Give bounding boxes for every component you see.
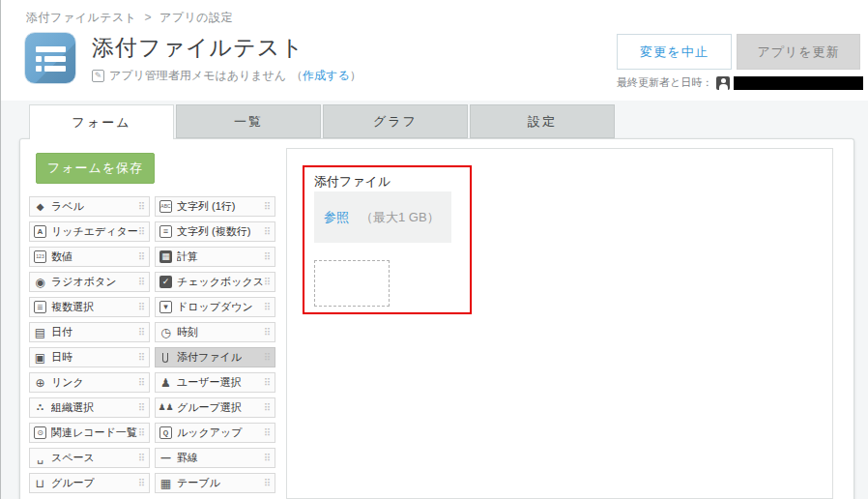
palette-item-lookup[interactable]: Qルックアップ⠿ <box>155 423 275 443</box>
palette-item-label: 日時 <box>51 350 72 365</box>
list-glyph-icon <box>36 46 66 72</box>
drop-zone <box>314 260 390 307</box>
drag-handle-icon[interactable]: ⠿ <box>264 328 271 338</box>
update-app-button[interactable]: アプリを更新 <box>737 34 860 70</box>
palette-item-hr[interactable]: —罫線⠿ <box>155 448 275 468</box>
memo-edit-icon: ✎ <box>92 70 104 82</box>
tab-settings[interactable]: 設定 <box>470 104 615 138</box>
drag-handle-icon[interactable]: ⠿ <box>264 403 271 413</box>
radio-button-icon: ◉ <box>34 276 46 288</box>
drag-handle-icon[interactable]: ⠿ <box>138 428 145 438</box>
number-123-icon: 123 <box>34 250 46 263</box>
drag-handle-icon[interactable]: ⠿ <box>138 202 145 212</box>
tab-list[interactable]: 一覧 <box>176 104 321 138</box>
palette-item-label: 組織選択 <box>51 400 94 415</box>
palette-item-calc[interactable]: ▦計算⠿ <box>155 247 275 267</box>
palette-item-label: テーブル <box>177 476 220 490</box>
breadcrumb-app-link[interactable]: 添付ファイルテスト <box>26 11 136 24</box>
checkbox-icon: ✓ <box>159 276 172 288</box>
palette-item-org-select[interactable]: ∴組織選択⠿ <box>29 397 150 418</box>
drag-handle-icon[interactable]: ⠿ <box>138 252 145 262</box>
space-icon: ␣ <box>34 452 46 464</box>
field-label: 添付ファイル <box>314 173 391 191</box>
selected-attachment-field[interactable]: 添付ファイル 参照 （最大1 GB） <box>303 165 472 314</box>
palette-item-rich-editor[interactable]: Aリッチエディター⠿ <box>29 221 150 242</box>
palette-item-checkbox[interactable]: ✓チェックボックス⠿ <box>155 272 275 292</box>
palette-item-group[interactable]: ⊔グループ⠿ <box>29 473 150 493</box>
drag-handle-icon[interactable]: ⠿ <box>264 378 271 388</box>
discard-changes-button[interactable]: 変更を中止 <box>617 34 732 70</box>
drag-handle-icon[interactable]: ⠿ <box>264 278 271 287</box>
palette-item-user-select[interactable]: ♟ユーザー選択⠿ <box>155 372 275 393</box>
palette-item-label: ラベル <box>51 199 84 214</box>
drag-handle-icon[interactable]: ⠿ <box>138 454 145 463</box>
palette-item-related-records[interactable]: ⊙関連レコード一覧⠿ <box>29 423 150 443</box>
page-title: 添付ファイルテスト <box>92 33 304 63</box>
drag-handle-icon[interactable]: ⠿ <box>264 227 271 237</box>
palette-item-attachment[interactable]: 添付ファイル⠿ <box>155 347 275 367</box>
drag-handle-icon[interactable]: ⠿ <box>138 278 145 287</box>
last-updated-row: 最終更新者と日時： <box>617 75 863 90</box>
drag-handle-icon[interactable]: ⠿ <box>138 227 145 237</box>
drag-handle-icon[interactable]: ⠿ <box>138 303 145 312</box>
palette-item-text-multi[interactable]: ≡文字列 (複数行)⠿ <box>155 221 275 242</box>
drag-handle-icon[interactable]: ⠿ <box>264 303 271 312</box>
lookup-icon: Q <box>159 426 172 439</box>
clock-icon: ◷ <box>159 326 172 338</box>
drag-handle-icon[interactable]: ⠿ <box>138 328 145 338</box>
palette-item-text-single[interactable]: ABC文字列 (1行)⠿ <box>155 196 275 217</box>
palette-item-label: 数値 <box>51 250 72 264</box>
palette-item-radio[interactable]: ◉ラジオボタン⠿ <box>29 272 150 292</box>
tab-graph[interactable]: グラフ <box>323 104 468 138</box>
memo-text: アプリ管理者用メモはありません <box>109 68 286 84</box>
drag-handle-icon[interactable]: ⠿ <box>138 378 145 388</box>
palette-item-date[interactable]: ▤日付⠿ <box>29 322 150 342</box>
calculator-icon: ▦ <box>159 250 172 263</box>
user-avatar-icon <box>716 76 730 90</box>
palette-item-group-select[interactable]: ♟♟グループ選択⠿ <box>155 397 275 418</box>
palette-item-table[interactable]: ▦テーブル⠿ <box>155 473 275 493</box>
calendar-time-icon: ▣ <box>34 351 46 364</box>
hr-line-icon: — <box>159 452 172 464</box>
palette-item-label: 添付ファイル <box>177 350 242 365</box>
breadcrumb: 添付ファイルテスト>アプリの設定 <box>26 10 233 26</box>
tag-icon: ◆ <box>34 200 46 213</box>
drag-handle-icon[interactable]: ⠿ <box>264 454 271 463</box>
palette-item-datetime[interactable]: ▣日時⠿ <box>29 347 150 367</box>
palette-item-multi-select[interactable]: ☰複数選択⠿ <box>29 297 150 317</box>
drag-handle-icon[interactable]: ⠿ <box>138 479 145 488</box>
palette-item-label: グループ選択 <box>177 400 242 415</box>
drag-handle-icon[interactable]: ⠿ <box>264 202 271 212</box>
palette-item-dropdown[interactable]: ▾ドロップダウン⠿ <box>155 297 275 317</box>
palette-item-space[interactable]: ␣スペース⠿ <box>29 448 150 468</box>
calendar-icon: ▤ <box>34 326 46 338</box>
palette-item-label: ドロップダウン <box>177 300 253 314</box>
palette-item-label: 複数選択 <box>51 300 94 314</box>
related-records-icon: ⊙ <box>34 426 46 439</box>
drag-handle-icon[interactable]: ⠿ <box>264 428 271 438</box>
palette-item-label[interactable]: ◆ラベル⠿ <box>29 196 150 217</box>
breadcrumb-settings-link[interactable]: アプリの設定 <box>159 11 233 24</box>
multiline-text-icon: ≡ <box>159 225 172 238</box>
drag-handle-icon[interactable]: ⠿ <box>264 479 271 488</box>
palette-item-time[interactable]: ◷時刻⠿ <box>155 322 275 342</box>
palette-item-link[interactable]: ⊕リンク⠿ <box>29 372 150 393</box>
drag-handle-icon[interactable]: ⠿ <box>138 403 145 413</box>
palette-item-label: グループ <box>51 476 95 490</box>
dropdown-icon: ▾ <box>159 301 172 313</box>
size-limit-note: （最大1 GB） <box>361 209 440 226</box>
drag-handle-icon[interactable]: ⠿ <box>138 353 145 363</box>
memo-create-link[interactable]: 作成する <box>303 69 350 82</box>
memo-create-wrap: （作成する） <box>291 68 362 84</box>
save-form-button[interactable]: フォームを保存 <box>36 153 155 184</box>
palette-item-label: 計算 <box>177 250 198 264</box>
table-icon: ▦ <box>159 477 172 489</box>
browse-link[interactable]: 参照 <box>324 209 349 226</box>
redacted-user-datetime <box>734 76 863 90</box>
tab-form[interactable]: フォーム <box>29 104 174 139</box>
org-chart-icon: ∴ <box>34 401 46 414</box>
drag-handle-icon[interactable]: ⠿ <box>264 353 271 363</box>
palette-item-label: リンク <box>51 375 84 390</box>
palette-item-number[interactable]: 123数値⠿ <box>29 247 150 267</box>
drag-handle-icon[interactable]: ⠿ <box>264 252 271 262</box>
